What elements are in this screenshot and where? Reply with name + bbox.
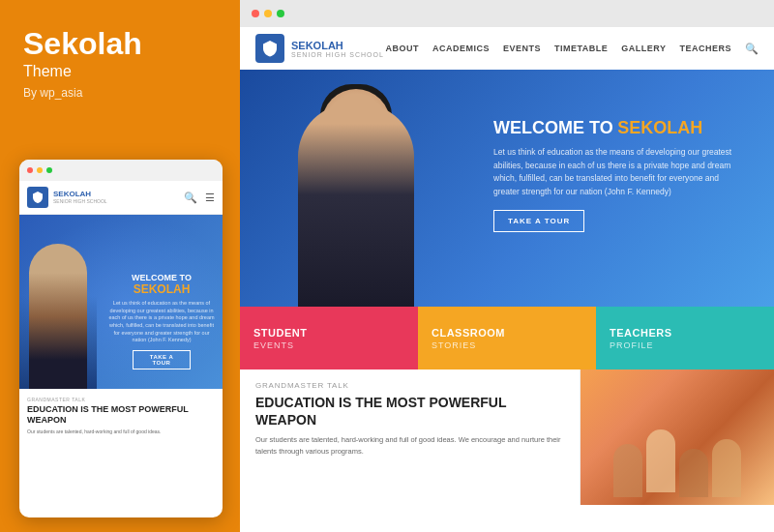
nav-item-about[interactable]: ABOUT: [385, 44, 419, 53]
mobile-shield-icon: [27, 187, 48, 208]
mobile-bottom-section: Grandmaster Talk EDUCATION IS THE MOST P…: [19, 389, 223, 443]
hero-content: WELCOME TO SEKOLAH Let us think of educa…: [493, 118, 755, 232]
hero-welcome-line: WELCOME TO SEKOLAH: [493, 118, 755, 138]
mobile-header: SEKOLAH SENIOR HIGH SCHOOL 🔍 ☰: [19, 181, 223, 215]
site-logo-area: SEKOLAH SENIOR HIGH SCHOOL: [255, 34, 384, 63]
bottom-row: Grandmaster Talk EDUCATION IS THE MOST P…: [240, 369, 774, 505]
browser-dot-yellow: [264, 10, 272, 17]
bottom-left-content: Grandmaster Talk EDUCATION IS THE MOST P…: [240, 369, 580, 505]
mobile-dot-yellow: [37, 167, 43, 173]
site-shield-icon: [255, 34, 284, 63]
site-search-icon[interactable]: 🔍: [745, 43, 759, 55]
browser-chrome: [240, 0, 774, 27]
card-teachers-profile[interactable]: TEACHERS PROFILE: [596, 307, 774, 369]
right-panel: SEKOLAH SENIOR HIGH SCHOOL ABOUT ACADEMI…: [240, 0, 774, 532]
person-silhouette-1: [613, 444, 642, 497]
hero-body: [298, 103, 414, 307]
mobile-browser-bar: [19, 160, 223, 181]
mobile-search-icon[interactable]: 🔍: [184, 192, 197, 204]
hero-figure: [279, 84, 433, 307]
mobile-preview: SEKOLAH SENIOR HIGH SCHOOL 🔍 ☰ WELCOME T…: [19, 160, 223, 517]
mobile-dot-red: [27, 167, 33, 173]
mobile-menu-icon[interactable]: ☰: [205, 192, 215, 204]
browser-content: SEKOLAH SENIOR HIGH SCHOOL ABOUT ACADEMI…: [240, 27, 774, 532]
mobile-icons: 🔍 ☰: [184, 192, 215, 204]
theme-title: Sekolah Theme: [23, 27, 217, 80]
site-nav: ABOUT ACADEMICS EVENTS TIMETABLE GALLERY…: [385, 43, 759, 55]
mobile-logo-text: SEKOLAH SENIOR HIGH SCHOOL: [53, 191, 107, 205]
browser-dot-red: [252, 10, 259, 17]
nav-item-teachers[interactable]: TEACHERS: [679, 44, 731, 53]
nav-item-academics[interactable]: ACADEMICS: [432, 44, 490, 53]
site-hero: WELCOME TO SEKOLAH Let us think of educa…: [240, 70, 774, 307]
card-classroom-stories[interactable]: CLASSROOM STORIES: [418, 307, 596, 369]
nav-item-gallery[interactable]: GALLERY: [621, 44, 666, 53]
mobile-dot-green: [46, 167, 52, 173]
author-label: By wp_asia: [23, 86, 217, 100]
browser-dot-green: [277, 10, 284, 17]
hero-cta-button[interactable]: TAKE A TOUR: [493, 210, 584, 232]
cards-row: STUDENT EVENTS CLASSROOM STORIES TEACHER…: [240, 307, 774, 369]
site-header: SEKOLAH SENIOR HIGH SCHOOL ABOUT ACADEMI…: [240, 27, 774, 70]
mobile-hero: WELCOME TO SEKOLAH Let us think of educa…: [19, 215, 223, 389]
mobile-logo-area: SEKOLAH SENIOR HIGH SCHOOL: [27, 187, 107, 208]
left-panel: Sekolah Theme By wp_asia SEKOLAH SENIOR …: [0, 0, 240, 532]
nav-item-events[interactable]: EVENTS: [503, 44, 541, 53]
hero-person-image: [269, 74, 453, 307]
students-image: [580, 369, 774, 505]
mobile-hero-text: WELCOME TO SEKOLAH Let us think of educa…: [108, 273, 215, 369]
bottom-right-image: [580, 369, 774, 505]
card-student-events[interactable]: STUDENT EVENTS: [240, 307, 418, 369]
site-logo-text-group: SEKOLAH SENIOR HIGH SCHOOL: [291, 40, 384, 58]
person-silhouette-3: [679, 449, 708, 497]
person-silhouette-4: [712, 439, 741, 497]
people-silhouettes: [580, 369, 774, 505]
nav-item-timetable[interactable]: TIMETABLE: [554, 44, 608, 53]
mobile-cta-button[interactable]: TAKE A TOUR: [133, 350, 191, 369]
person-silhouette-2: [646, 429, 675, 492]
mobile-hero-person: [19, 234, 97, 389]
